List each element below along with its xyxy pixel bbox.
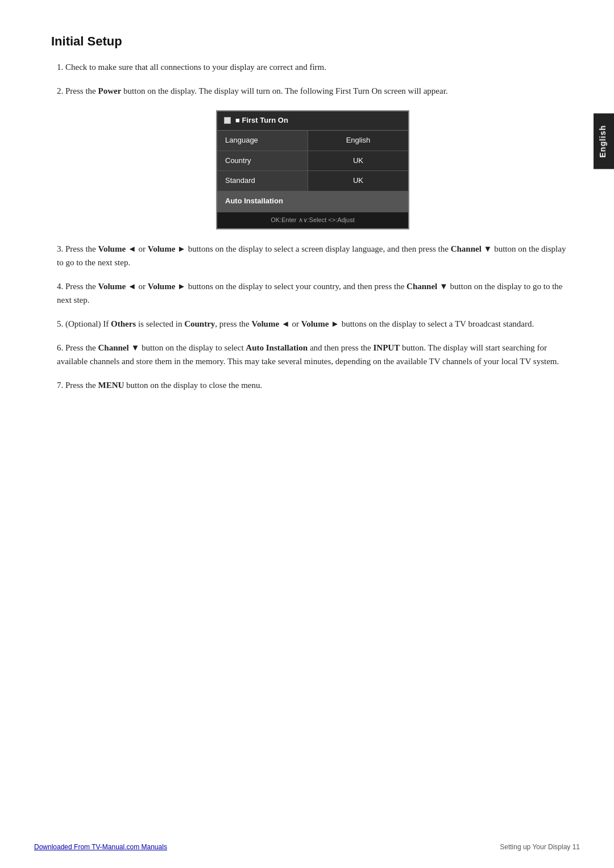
step-4: 4. Press the Volume ◄ or Volume ► button… <box>57 279 569 307</box>
step-7-text: Press the MENU button on the display to … <box>65 381 262 390</box>
step-6-number: 6. <box>57 343 65 352</box>
section-title: Initial Setup <box>51 34 569 49</box>
step-4-text: Press the Volume ◄ or Volume ► buttons o… <box>57 282 563 304</box>
screen-value-country: UK <box>308 151 408 171</box>
step-7: 7. Press the MENU button on the display … <box>57 378 569 392</box>
footer-page-number: Setting up Your Display 11 <box>500 843 580 851</box>
footer-link[interactable]: Downloaded From TV-Manual.com Manuals <box>34 843 167 851</box>
step-2: 2. Press the Power button on the display… <box>57 84 569 229</box>
screen-value-standard: UK <box>308 171 408 191</box>
step-2-text: Press the Power button on the display. T… <box>65 86 448 95</box>
step-5-text: (Optional) If Others is selected in Coun… <box>65 319 534 328</box>
screen-mockup: ■ First Turn On Language English Country… <box>216 110 409 229</box>
screen-footer: OK:Enter ∧∨:Select <>:Adjust <box>217 212 408 228</box>
step-5-number: 5. <box>57 319 65 328</box>
step-4-number: 4. <box>57 282 65 291</box>
screen-label-language: Language <box>217 131 308 151</box>
screen-row-language: Language English <box>217 131 408 151</box>
step-3: 3. Press the Volume ◄ or Volume ► button… <box>57 242 569 269</box>
screen-label-country: Country <box>217 151 308 171</box>
step-5: 5. (Optional) If Others is selected in C… <box>57 317 569 331</box>
step-3-number: 3. <box>57 244 65 253</box>
page-content: Initial Setup 1. Check to make sure that… <box>0 0 614 436</box>
english-tab: English <box>594 114 614 169</box>
screen-row-country: Country UK <box>217 151 408 172</box>
steps-list: 1. Check to make sure that all connectio… <box>51 60 569 392</box>
screen-value-language: English <box>308 131 408 151</box>
screen-row-standard: Standard UK <box>217 171 408 191</box>
step-1-number: 1. <box>57 62 65 72</box>
screen-auto-installation: Auto Installation <box>217 191 408 211</box>
step-1-text: Check to make sure that all connections … <box>65 62 326 72</box>
step-2-number: 2. <box>57 86 65 95</box>
screen-label-standard: Standard <box>217 171 308 191</box>
page-footer: Downloaded From TV-Manual.com Manuals Se… <box>0 843 614 851</box>
screen-row-auto: Auto Installation <box>217 191 408 212</box>
screen-title: ■ First Turn On <box>235 115 288 127</box>
screen-header-icon <box>224 117 231 124</box>
step-7-number: 7. <box>57 381 65 390</box>
screen-mockup-container: ■ First Turn On Language English Country… <box>216 110 409 229</box>
step-1: 1. Check to make sure that all connectio… <box>57 60 569 74</box>
screen-header: ■ First Turn On <box>217 111 408 131</box>
step-3-text: Press the Volume ◄ or Volume ► buttons o… <box>57 244 566 267</box>
step-6-text: Press the Channel ▼ button on the displa… <box>57 343 559 366</box>
step-6: 6. Press the Channel ▼ button on the dis… <box>57 341 569 368</box>
